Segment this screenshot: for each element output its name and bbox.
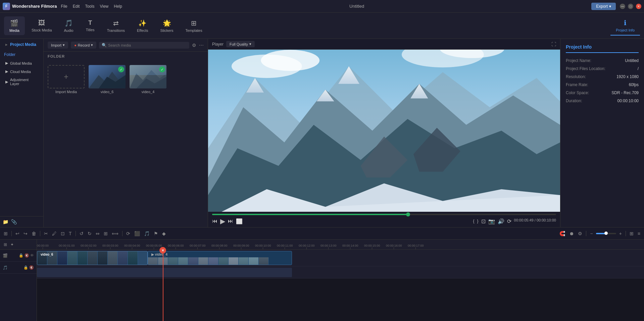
ruler-label: 00:00:09:00 — [233, 244, 249, 247]
sidebar-item-global-media[interactable]: ▶ Global Media — [0, 59, 43, 67]
templates-icon: ⊞ — [191, 19, 197, 27]
sidebar-item-folder[interactable]: Folder — [0, 50, 43, 59]
skip-back-button[interactable]: ⏮ — [212, 218, 217, 224]
fullscreen-button[interactable]: ⬜ — [236, 218, 243, 224]
folder-label: FOLDER — [44, 52, 208, 61]
ruler-tick — [328, 247, 329, 249]
tab-templates[interactable]: ⊞ Templates — [180, 16, 208, 35]
in-point-button[interactable]: { — [473, 218, 475, 224]
menu-tools[interactable]: Tools — [85, 4, 94, 9]
progress-bar[interactable] — [212, 214, 556, 215]
eye-icon[interactable]: 👁 — [30, 253, 34, 258]
mute-icon[interactable]: 🔇 — [24, 253, 29, 258]
keyframe-button[interactable]: ◆ — [161, 230, 167, 237]
rotate-left-button[interactable]: ↺ — [79, 230, 85, 237]
audio-lock-icon[interactable]: 🔒 — [23, 265, 28, 270]
zoom-out-button[interactable]: − — [589, 230, 594, 237]
minimize-button[interactable]: — — [620, 4, 625, 9]
menu-view[interactable]: View — [100, 4, 108, 9]
zoom-slider[interactable] — [596, 233, 616, 234]
export-button[interactable]: Export ▾ — [591, 3, 616, 10]
info-key: Project Name: — [566, 58, 591, 63]
skip-forward-button[interactable]: ⏭ — [228, 218, 233, 224]
mirror-button[interactable]: ⇔ — [95, 230, 101, 237]
tab-project-info[interactable]: ℹ Project Info — [610, 16, 640, 36]
tab-titles[interactable]: T Titles — [80, 17, 100, 35]
volume-button[interactable]: 🔊 — [498, 218, 504, 224]
tab-effects[interactable]: ✨ Effects — [132, 16, 153, 35]
undo-button[interactable]: ↩ — [14, 230, 20, 237]
info-value: Untitled — [625, 58, 639, 63]
close-button[interactable]: ✕ — [636, 4, 641, 9]
crop-button[interactable]: ⊡ — [481, 218, 486, 224]
color-button[interactable]: ⬛ — [133, 230, 141, 237]
audio-track-controls: 🔒 🔇 — [23, 265, 34, 270]
delete-button[interactable]: 🗑 — [31, 230, 37, 237]
grid-view-button[interactable]: ⊞ — [629, 230, 635, 237]
ruler-mark: 00:00:00 — [37, 244, 49, 249]
tab-transitions[interactable]: ⇄ Transitions — [102, 16, 130, 35]
audio-mute-icon[interactable]: 🔇 — [29, 265, 34, 270]
pen-button[interactable]: 🖊 — [51, 230, 58, 237]
expand-icon[interactable]: ⛶ — [551, 42, 556, 47]
tab-stickers[interactable]: 🌟 Stickers — [155, 16, 179, 35]
ruler-label: 00:00:08:00 — [211, 244, 228, 247]
zoom-in-button[interactable]: + — [618, 230, 623, 237]
crop-tl-button[interactable]: ⊡ — [60, 230, 66, 237]
media-item-import[interactable]: + Import Media — [48, 65, 85, 94]
media-item-video4[interactable]: ✓ video_4 — [130, 65, 166, 94]
info-value: SDR - Rec.709 — [611, 90, 639, 95]
menu-help[interactable]: Help — [114, 4, 122, 9]
filter-icon[interactable]: ⚙ — [192, 43, 196, 48]
play-button[interactable]: ▶ — [220, 217, 225, 225]
ruler-tick — [394, 247, 394, 249]
redo-button[interactable]: ↪ — [22, 230, 29, 237]
speed-button[interactable]: ⟳ — [125, 230, 131, 237]
settings-button[interactable]: ⟳ — [507, 218, 511, 224]
search-input[interactable] — [108, 43, 187, 47]
snapshot-button[interactable]: 📷 — [488, 218, 495, 224]
sidebar-item-project-media[interactable]: ▶ Project Media — [1, 40, 42, 50]
media-item-video6[interactable]: ✓ video_6 — [89, 65, 126, 94]
lock-icon[interactable]: 🔒 — [19, 253, 23, 258]
menu-edit[interactable]: Edit — [73, 4, 80, 9]
record-button[interactable]: ● Record ▾ — [71, 42, 96, 49]
add-track-button[interactable]: ⊞ — [3, 241, 8, 248]
more-options-icon[interactable]: ⋯ — [199, 43, 204, 48]
add-folder-icon[interactable]: 📁 — [3, 219, 8, 224]
ruler-label: 00:00:01:00 — [59, 244, 75, 247]
rotate-right-button[interactable]: ↻ — [87, 230, 93, 237]
tab-stock-media[interactable]: 🖼 Stock Media — [26, 16, 57, 35]
cut-button[interactable]: ✂ — [43, 230, 49, 237]
audio-tl-button[interactable]: 🎵 — [143, 230, 151, 237]
info-key: Color Space: — [566, 90, 589, 95]
tl-settings-button[interactable]: ⚙ — [577, 230, 583, 237]
menu-file[interactable]: File — [61, 4, 67, 9]
video6-clip[interactable]: video_6 — [37, 251, 148, 265]
ruler-label: 00:00:04:00 — [124, 244, 140, 247]
split-button[interactable]: ⟺ — [111, 230, 119, 237]
sidebar-item-cloud-media[interactable]: ▶ Cloud Media — [0, 67, 43, 76]
import-button[interactable]: Import ▾ — [48, 42, 68, 49]
playhead[interactable]: ✕ — [163, 250, 163, 321]
scale-button[interactable]: ⊞ — [103, 230, 109, 237]
scene-detect-button[interactable]: ⊞ — [3, 230, 9, 237]
text-button[interactable]: T — [68, 230, 73, 237]
separator-5 — [586, 231, 586, 236]
snap-button[interactable]: 🧲 — [558, 230, 566, 237]
tab-audio[interactable]: 🎵 Audio — [59, 16, 79, 35]
marker-button[interactable]: ⚑ — [153, 230, 159, 237]
progress-thumb — [406, 212, 410, 216]
list-view-button[interactable]: ≡ — [637, 230, 641, 237]
sidebar-item-adjustment-layer[interactable]: ▶ Adjustment Layer — [0, 76, 43, 88]
video4-clip[interactable]: ▶ video_4 — [148, 251, 292, 265]
tab-media[interactable]: 🎬 Media — [4, 16, 25, 35]
import-placeholder[interactable]: + — [48, 65, 85, 88]
out-point-button[interactable]: } — [477, 218, 479, 224]
info-value: 60fps — [629, 82, 639, 87]
clip-mode-button[interactable]: ✦ — [9, 241, 15, 248]
add-media-icon[interactable]: 📎 — [11, 219, 17, 224]
maximize-button[interactable]: □ — [628, 4, 633, 9]
record-tl-button[interactable]: ⏺ — [568, 230, 575, 237]
quality-button[interactable]: Full Quality ▾ — [226, 41, 255, 47]
